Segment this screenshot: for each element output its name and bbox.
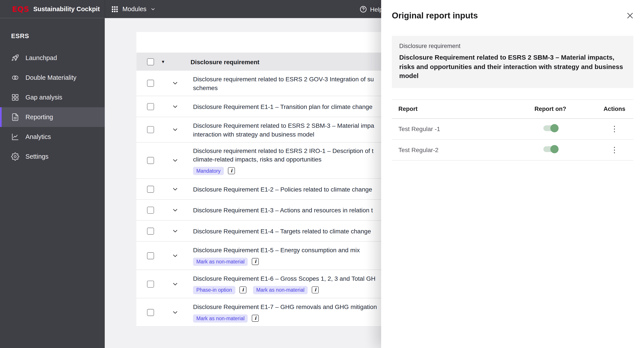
sidebar-item-gap-analysis[interactable]: Gap analysis	[0, 88, 105, 107]
help-button[interactable]: Help	[360, 0, 383, 18]
row-title: Disclosure Requirement E1-6 – Gross Scop…	[193, 274, 376, 294]
sidebar-item-settings[interactable]: Settings	[0, 147, 105, 166]
chevron-down-icon[interactable]	[172, 103, 179, 110]
row-title: Disclosure requirement related to ESRS 2…	[193, 146, 374, 175]
row-title: Disclosure Requirement E1-5 – Energy con…	[193, 245, 360, 266]
phase-in-option-badge: Phase-in option	[193, 286, 235, 294]
mark-as-non-material-badge[interactable]: Mark as non-material	[193, 257, 248, 266]
gear-icon	[11, 153, 20, 161]
row-checkbox[interactable]	[147, 103, 154, 110]
row-checkbox[interactable]	[147, 280, 154, 287]
brand-area: EQS Sustainability Cockpit	[0, 0, 105, 18]
row-title-line: Disclosure Requirement E1-7 – GHG remova…	[193, 302, 377, 311]
chevron-down-icon[interactable]	[172, 227, 179, 234]
sidebar-item-reporting[interactable]: Reporting	[0, 107, 105, 127]
chevron-down-icon[interactable]	[172, 80, 179, 87]
info-icon[interactable]: i	[240, 286, 246, 293]
reports-table: Report Report on? Actions Test Regular -…	[392, 99, 634, 160]
chevron-down-icon[interactable]	[172, 157, 179, 164]
row-title-line: Disclosure Requirement E1-3 – Actions an…	[193, 206, 373, 214]
modules-label: Modules	[122, 5, 146, 13]
report-row: Test Regular -1 ⋮	[392, 119, 634, 140]
chevron-down-icon[interactable]	[172, 126, 179, 133]
row-checkbox[interactable]	[147, 126, 154, 133]
app-title: Sustainability Cockpit	[33, 5, 100, 13]
drawer-title: Original report inputs	[392, 11, 478, 21]
toggle-knob	[550, 124, 558, 132]
app: EQS Sustainability Cockpit Modules	[0, 0, 644, 348]
modules-grid-icon	[111, 5, 119, 13]
row-checkbox[interactable]	[147, 157, 154, 164]
kebab-menu-icon[interactable]: ⋮	[610, 146, 618, 154]
sidebar-item-label: Reporting	[26, 114, 53, 121]
row-checkbox[interactable]	[147, 206, 154, 213]
report-row: Test Regular-2 ⋮	[392, 140, 634, 161]
kebab-menu-icon[interactable]: ⋮	[610, 125, 618, 133]
reports-table-header: Report Report on? Actions	[392, 99, 634, 119]
sidebar-item-launchpad[interactable]: Launchpad	[0, 48, 105, 68]
row-title-line: Disclosure Requirement E1-5 – Energy con…	[193, 245, 360, 254]
report-on-toggle[interactable]	[543, 125, 558, 131]
report-name: Test Regular-2	[398, 146, 522, 153]
row-badges: Mandatory i	[193, 167, 374, 175]
line-chart-icon	[11, 133, 20, 141]
row-badges: Mark as non-material i	[193, 314, 377, 322]
row-badges: Mark as non-material i	[193, 257, 360, 266]
column-header-report-on: Report on?	[522, 106, 579, 112]
sidebar-item-label: Double Materiality	[26, 74, 76, 82]
modules-button[interactable]: Modules	[105, 0, 163, 18]
sidebar-item-analytics[interactable]: Analytics	[0, 127, 105, 147]
row-title-line: interaction with strategy and business m…	[193, 130, 374, 138]
info-icon[interactable]: i	[228, 167, 235, 174]
row-title-line: Disclosure Requirement related to ESRS 2…	[193, 121, 374, 130]
row-title-line: Disclosure requirement related to ESRS 2…	[193, 146, 374, 155]
row-title: Disclosure requirement related to ESRS 2…	[193, 75, 374, 92]
disclosure-requirement-panel: Disclosure requirement Disclosure Requir…	[392, 36, 634, 88]
drawer-header: Original report inputs	[381, 0, 644, 21]
info-icon[interactable]: i	[312, 286, 319, 293]
sidebar-item-label: Analytics	[26, 133, 51, 141]
select-menu-caret-icon[interactable]: ▾	[162, 59, 164, 65]
close-icon[interactable]	[626, 12, 634, 20]
sidebar: ESRS Launchpad Double Materiality	[0, 18, 105, 348]
chevron-down-icon[interactable]	[172, 206, 179, 213]
sidebar-section-esrs: ESRS	[0, 18, 105, 48]
help-circle-icon	[360, 5, 367, 13]
row-title-line: Disclosure Requirement E1-1 – Transition…	[193, 102, 372, 111]
eqs-logo: EQS	[12, 5, 29, 13]
column-header-report: Report	[398, 106, 522, 112]
row-title-line: schemes	[193, 83, 374, 92]
grid-icon	[11, 93, 20, 102]
row-checkbox[interactable]	[147, 186, 154, 193]
row-checkbox[interactable]	[147, 80, 154, 87]
mark-as-non-material-badge[interactable]: Mark as non-material	[193, 314, 248, 322]
rocket-icon	[11, 54, 20, 62]
row-title: Disclosure Requirement related to ESRS 2…	[193, 121, 374, 138]
chevron-down-icon[interactable]	[172, 280, 179, 287]
mark-as-non-material-badge[interactable]: Mark as non-material	[253, 286, 308, 294]
row-title-line: Disclosure Requirement E1-6 – Gross Scop…	[193, 274, 376, 282]
sidebar-item-label: Gap analysis	[26, 94, 62, 101]
row-title: Disclosure Requirement E1-3 – Actions an…	[193, 206, 373, 214]
row-title: Disclosure Requirement E1-2 – Policies r…	[193, 185, 372, 193]
requirement-value: Disclosure Requirement related to ESRS 2…	[399, 53, 626, 81]
info-icon[interactable]: i	[252, 258, 259, 265]
row-title-line: Disclosure Requirement E1-4 – Targets re…	[193, 227, 371, 235]
row-title-line: climate-related impacts, risks and oppor…	[193, 155, 374, 163]
info-icon[interactable]: i	[252, 315, 259, 322]
row-checkbox[interactable]	[147, 309, 154, 316]
venn-circles-icon	[11, 74, 20, 82]
chevron-down-icon[interactable]	[172, 252, 179, 259]
original-report-inputs-drawer: Original report inputs Disclosure requir…	[381, 0, 644, 348]
help-label: Help	[370, 6, 383, 13]
sidebar-item-label: Launchpad	[26, 54, 57, 62]
report-on-toggle[interactable]	[543, 146, 558, 152]
row-checkbox[interactable]	[147, 252, 154, 259]
toggle-knob	[550, 145, 558, 153]
select-all-checkbox[interactable]	[147, 58, 154, 65]
chevron-down-icon[interactable]	[172, 309, 179, 316]
row-checkbox[interactable]	[147, 227, 154, 234]
chevron-down-icon[interactable]	[172, 186, 179, 193]
sidebar-item-double-materiality[interactable]: Double Materiality	[0, 68, 105, 88]
report-name: Test Regular -1	[398, 125, 522, 132]
